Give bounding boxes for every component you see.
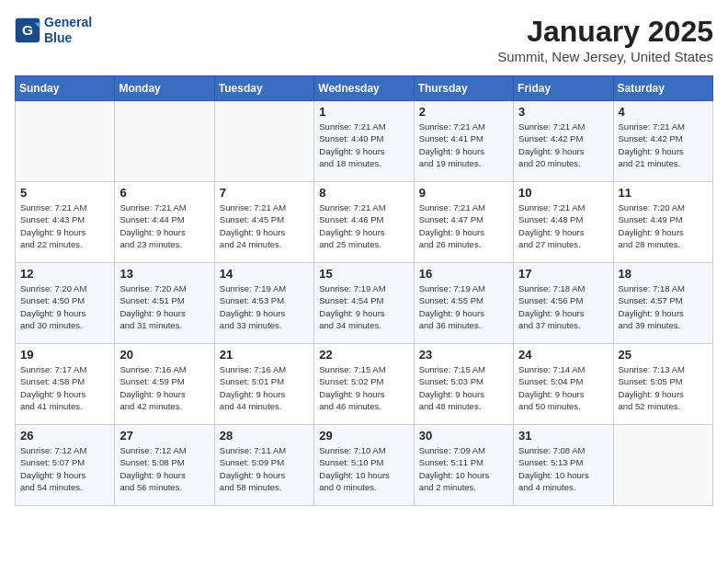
- day-info: Sunrise: 7:12 AM Sunset: 5:07 PM Dayligh…: [20, 444, 109, 493]
- calendar-cell: 5Sunrise: 7:21 AM Sunset: 4:43 PM Daylig…: [16, 182, 115, 263]
- month-title: January 2025: [497, 15, 713, 49]
- calendar-cell: 30Sunrise: 7:09 AM Sunset: 5:11 PM Dayli…: [414, 425, 513, 506]
- day-info: Sunrise: 7:09 AM Sunset: 5:11 PM Dayligh…: [419, 444, 508, 493]
- day-number: 31: [518, 429, 608, 442]
- day-info: Sunrise: 7:18 AM Sunset: 4:57 PM Dayligh…: [619, 282, 708, 331]
- weekday-header: Saturday: [613, 76, 712, 101]
- day-info: Sunrise: 7:20 AM Sunset: 4:50 PM Dayligh…: [20, 282, 109, 331]
- calendar-week-row: 5Sunrise: 7:21 AM Sunset: 4:43 PM Daylig…: [16, 182, 713, 263]
- calendar-cell: 21Sunrise: 7:16 AM Sunset: 5:01 PM Dayli…: [214, 344, 313, 425]
- day-info: Sunrise: 7:21 AM Sunset: 4:41 PM Dayligh…: [419, 121, 508, 169]
- day-number: 30: [419, 429, 508, 442]
- day-number: 14: [220, 267, 309, 281]
- day-info: Sunrise: 7:21 AM Sunset: 4:46 PM Dayligh…: [319, 201, 408, 250]
- weekday-header: Tuesday: [214, 76, 313, 101]
- calendar-cell: 8Sunrise: 7:21 AM Sunset: 4:46 PM Daylig…: [314, 182, 414, 263]
- day-number: 3: [518, 105, 608, 119]
- calendar-cell: 14Sunrise: 7:19 AM Sunset: 4:53 PM Dayli…: [214, 263, 313, 344]
- day-number: 27: [119, 429, 209, 442]
- day-number: 1: [319, 105, 408, 119]
- calendar-cell: 3Sunrise: 7:21 AM Sunset: 4:42 PM Daylig…: [514, 101, 613, 182]
- day-number: 29: [319, 429, 408, 442]
- page-header: G General Blue January 2025 Summit, New …: [15, 15, 713, 64]
- calendar-table: SundayMondayTuesdayWednesdayThursdayFrid…: [15, 75, 713, 506]
- day-number: 9: [419, 186, 508, 200]
- calendar-cell: 9Sunrise: 7:21 AM Sunset: 4:47 PM Daylig…: [414, 182, 513, 263]
- day-number: 21: [220, 348, 309, 362]
- weekday-header: Monday: [115, 76, 214, 101]
- calendar-cell: 6Sunrise: 7:21 AM Sunset: 4:44 PM Daylig…: [115, 182, 214, 263]
- calendar-cell: 25Sunrise: 7:13 AM Sunset: 5:05 PM Dayli…: [613, 344, 712, 425]
- day-number: 24: [518, 348, 608, 362]
- day-info: Sunrise: 7:21 AM Sunset: 4:45 PM Dayligh…: [220, 201, 309, 250]
- day-info: Sunrise: 7:16 AM Sunset: 5:01 PM Dayligh…: [220, 363, 309, 412]
- calendar-cell: 15Sunrise: 7:19 AM Sunset: 4:54 PM Dayli…: [314, 263, 414, 344]
- day-info: Sunrise: 7:21 AM Sunset: 4:40 PM Dayligh…: [319, 121, 408, 169]
- day-number: 4: [619, 105, 708, 119]
- day-number: 22: [319, 348, 408, 362]
- calendar-cell: 7Sunrise: 7:21 AM Sunset: 4:45 PM Daylig…: [214, 182, 313, 263]
- calendar-week-row: 19Sunrise: 7:17 AM Sunset: 4:58 PM Dayli…: [16, 344, 713, 425]
- calendar-header: SundayMondayTuesdayWednesdayThursdayFrid…: [16, 76, 713, 101]
- calendar-week-row: 1Sunrise: 7:21 AM Sunset: 4:40 PM Daylig…: [16, 101, 713, 182]
- day-info: Sunrise: 7:14 AM Sunset: 5:04 PM Dayligh…: [518, 363, 608, 412]
- day-number: 15: [319, 267, 408, 281]
- calendar-cell: 1Sunrise: 7:21 AM Sunset: 4:40 PM Daylig…: [314, 101, 414, 182]
- day-number: 6: [119, 186, 209, 200]
- day-info: Sunrise: 7:21 AM Sunset: 4:48 PM Dayligh…: [518, 201, 608, 250]
- calendar-body: 1Sunrise: 7:21 AM Sunset: 4:40 PM Daylig…: [16, 101, 713, 506]
- day-info: Sunrise: 7:16 AM Sunset: 4:59 PM Dayligh…: [119, 363, 209, 412]
- day-info: Sunrise: 7:21 AM Sunset: 4:43 PM Dayligh…: [20, 201, 109, 250]
- calendar-cell: 11Sunrise: 7:20 AM Sunset: 4:49 PM Dayli…: [613, 182, 712, 263]
- calendar-cell: 4Sunrise: 7:21 AM Sunset: 4:42 PM Daylig…: [613, 101, 712, 182]
- day-number: 10: [518, 186, 608, 200]
- day-number: 8: [319, 186, 408, 200]
- calendar-cell: 23Sunrise: 7:15 AM Sunset: 5:03 PM Dayli…: [414, 344, 513, 425]
- day-number: 13: [119, 267, 209, 281]
- logo-line2: Blue: [44, 30, 92, 46]
- calendar-cell: 10Sunrise: 7:21 AM Sunset: 4:48 PM Dayli…: [514, 182, 613, 263]
- day-info: Sunrise: 7:13 AM Sunset: 5:05 PM Dayligh…: [619, 363, 708, 412]
- calendar-cell: 12Sunrise: 7:20 AM Sunset: 4:50 PM Dayli…: [16, 263, 115, 344]
- calendar-cell: 13Sunrise: 7:20 AM Sunset: 4:51 PM Dayli…: [115, 263, 214, 344]
- day-number: 16: [419, 267, 508, 281]
- day-info: Sunrise: 7:21 AM Sunset: 4:42 PM Dayligh…: [619, 121, 708, 169]
- day-info: Sunrise: 7:15 AM Sunset: 5:03 PM Dayligh…: [419, 363, 508, 412]
- calendar-cell: 17Sunrise: 7:18 AM Sunset: 4:56 PM Dayli…: [514, 263, 613, 344]
- calendar-cell: 28Sunrise: 7:11 AM Sunset: 5:09 PM Dayli…: [214, 425, 313, 506]
- calendar-cell: [16, 101, 115, 182]
- calendar-cell: [115, 101, 214, 182]
- day-number: 26: [20, 429, 109, 442]
- day-number: 11: [619, 186, 708, 200]
- calendar-cell: [613, 425, 712, 506]
- day-info: Sunrise: 7:20 AM Sunset: 4:49 PM Dayligh…: [619, 201, 708, 250]
- day-info: Sunrise: 7:20 AM Sunset: 4:51 PM Dayligh…: [119, 282, 209, 331]
- day-info: Sunrise: 7:19 AM Sunset: 4:54 PM Dayligh…: [319, 282, 408, 331]
- calendar-cell: 27Sunrise: 7:12 AM Sunset: 5:08 PM Dayli…: [115, 425, 214, 506]
- svg-text:G: G: [22, 21, 33, 37]
- weekday-header: Sunday: [16, 76, 115, 101]
- weekday-header: Friday: [514, 76, 613, 101]
- day-number: 5: [20, 186, 109, 200]
- calendar-cell: 18Sunrise: 7:18 AM Sunset: 4:57 PM Dayli…: [613, 263, 712, 344]
- day-info: Sunrise: 7:19 AM Sunset: 4:55 PM Dayligh…: [419, 282, 508, 331]
- calendar-cell: 22Sunrise: 7:15 AM Sunset: 5:02 PM Dayli…: [314, 344, 414, 425]
- day-number: 18: [619, 267, 708, 281]
- logo: G General Blue: [15, 15, 92, 46]
- weekday-header: Thursday: [414, 76, 513, 101]
- calendar-cell: 2Sunrise: 7:21 AM Sunset: 4:41 PM Daylig…: [414, 101, 513, 182]
- day-info: Sunrise: 7:15 AM Sunset: 5:02 PM Dayligh…: [319, 363, 408, 412]
- calendar-cell: 24Sunrise: 7:14 AM Sunset: 5:04 PM Dayli…: [514, 344, 613, 425]
- calendar-week-row: 12Sunrise: 7:20 AM Sunset: 4:50 PM Dayli…: [16, 263, 713, 344]
- calendar-cell: 26Sunrise: 7:12 AM Sunset: 5:07 PM Dayli…: [16, 425, 115, 506]
- logo-icon: G: [15, 17, 40, 43]
- day-info: Sunrise: 7:21 AM Sunset: 4:42 PM Dayligh…: [518, 121, 608, 169]
- title-block: January 2025 Summit, New Jersey, United …: [497, 15, 713, 64]
- calendar-cell: [214, 101, 313, 182]
- day-info: Sunrise: 7:21 AM Sunset: 4:47 PM Dayligh…: [419, 201, 508, 250]
- day-info: Sunrise: 7:10 AM Sunset: 5:10 PM Dayligh…: [319, 444, 408, 493]
- day-number: 20: [119, 348, 209, 362]
- day-info: Sunrise: 7:11 AM Sunset: 5:09 PM Dayligh…: [220, 444, 309, 493]
- day-info: Sunrise: 7:18 AM Sunset: 4:56 PM Dayligh…: [518, 282, 608, 331]
- calendar-cell: 19Sunrise: 7:17 AM Sunset: 4:58 PM Dayli…: [16, 344, 115, 425]
